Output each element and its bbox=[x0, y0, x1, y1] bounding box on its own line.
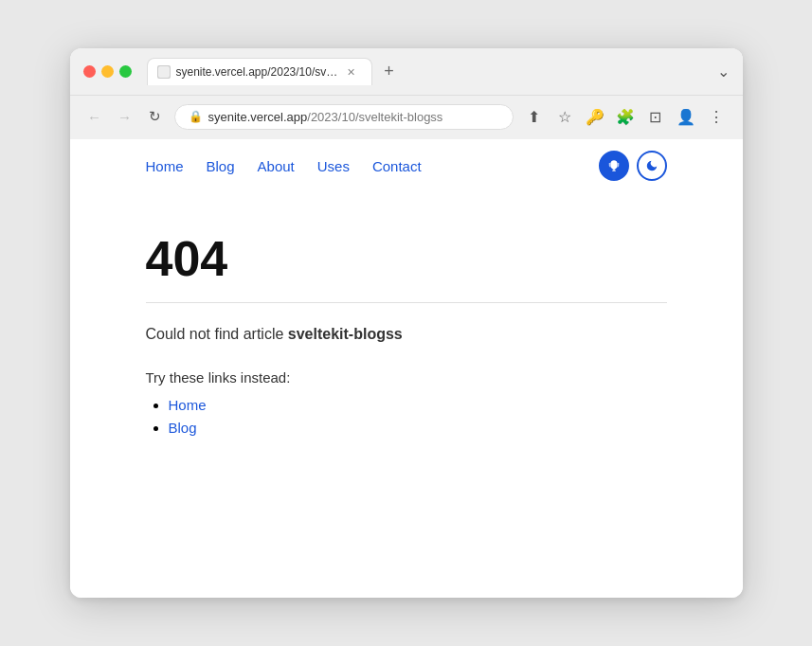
window-more-icon[interactable]: ⌄ bbox=[717, 63, 730, 81]
tab-bar: syenite.vercel.app/2023/10/sv… ✕ + bbox=[147, 58, 710, 85]
active-tab[interactable]: syenite.vercel.app/2023/10/sv… ✕ bbox=[147, 58, 373, 85]
list-item: Blog bbox=[169, 420, 667, 437]
main-content: 404 Could not find article sveltekit-blo… bbox=[70, 192, 743, 598]
forward-button[interactable]: → bbox=[114, 105, 136, 128]
minimize-button[interactable] bbox=[101, 65, 114, 78]
profile-icon[interactable]: 👤 bbox=[673, 103, 699, 130]
divider bbox=[146, 302, 667, 303]
site-navigation: Home Blog About Uses Contact bbox=[70, 139, 743, 192]
url-host: syenite.vercel.app bbox=[208, 110, 308, 124]
new-tab-button[interactable]: + bbox=[378, 62, 400, 81]
more-options-icon[interactable]: ⋮ bbox=[703, 103, 730, 130]
back-button[interactable]: ← bbox=[83, 105, 106, 128]
link-home[interactable]: Home bbox=[169, 397, 207, 413]
nav-uses[interactable]: Uses bbox=[317, 158, 350, 174]
bookmark-icon[interactable]: ☆ bbox=[551, 103, 578, 130]
close-button[interactable] bbox=[83, 65, 96, 78]
address-bar: ← → ↻ 🔒 syenite.vercel.app/2023/10/svelt… bbox=[70, 96, 743, 139]
error-message-prefix: Could not find article bbox=[146, 326, 288, 342]
list-item: Home bbox=[169, 397, 667, 414]
url-text: syenite.vercel.app/2023/10/sveltekit-blo… bbox=[208, 110, 499, 124]
maximize-button[interactable] bbox=[119, 65, 132, 78]
share-icon[interactable]: ⬆ bbox=[521, 103, 548, 130]
traffic-lights bbox=[83, 65, 132, 78]
error-article: sveltekit-blogss bbox=[288, 326, 403, 342]
url-path: /2023/10/sveltekit-blogss bbox=[307, 110, 442, 124]
tab-title: syenite.vercel.app/2023/10/sv… bbox=[176, 65, 338, 79]
tab-favicon bbox=[157, 65, 171, 79]
toolbar-icons: ⬆ ☆ 🔑 🧩 ⊡ 👤 ⋮ bbox=[521, 103, 730, 130]
svg-rect-0 bbox=[158, 66, 170, 78]
nav-home[interactable]: Home bbox=[146, 158, 184, 174]
page-content: Home Blog About Uses Contact bbox=[70, 139, 743, 598]
nav-about[interactable]: About bbox=[258, 158, 295, 174]
dark-mode-icon-button[interactable] bbox=[637, 151, 667, 181]
nav-blog[interactable]: Blog bbox=[207, 158, 235, 174]
nav-icons bbox=[599, 151, 667, 181]
nav-links: Home Blog About Uses Contact bbox=[146, 158, 422, 174]
browser-window: syenite.vercel.app/2023/10/sv… ✕ + ⌄ ← →… bbox=[70, 48, 743, 598]
password-icon[interactable]: 🔑 bbox=[582, 103, 608, 130]
extensions-icon[interactable]: 🧩 bbox=[612, 103, 639, 130]
split-view-icon[interactable]: ⊡ bbox=[642, 103, 669, 130]
error-code: 404 bbox=[146, 230, 667, 287]
error-message: Could not find article sveltekit-blogss bbox=[146, 326, 667, 343]
links-label: Try these links instead: bbox=[146, 369, 667, 386]
link-list: Home Blog bbox=[146, 397, 667, 437]
url-bar[interactable]: 🔒 syenite.vercel.app/2023/10/sveltekit-b… bbox=[174, 104, 514, 130]
nav-contact[interactable]: Contact bbox=[372, 158, 422, 174]
title-bar: syenite.vercel.app/2023/10/sv… ✕ + ⌄ bbox=[70, 48, 743, 96]
reload-button[interactable]: ↻ bbox=[144, 105, 167, 128]
tab-close-icon[interactable]: ✕ bbox=[343, 64, 358, 80]
link-blog[interactable]: Blog bbox=[169, 420, 197, 436]
lock-icon: 🔒 bbox=[189, 110, 203, 123]
trophy-icon-button[interactable] bbox=[599, 151, 629, 181]
